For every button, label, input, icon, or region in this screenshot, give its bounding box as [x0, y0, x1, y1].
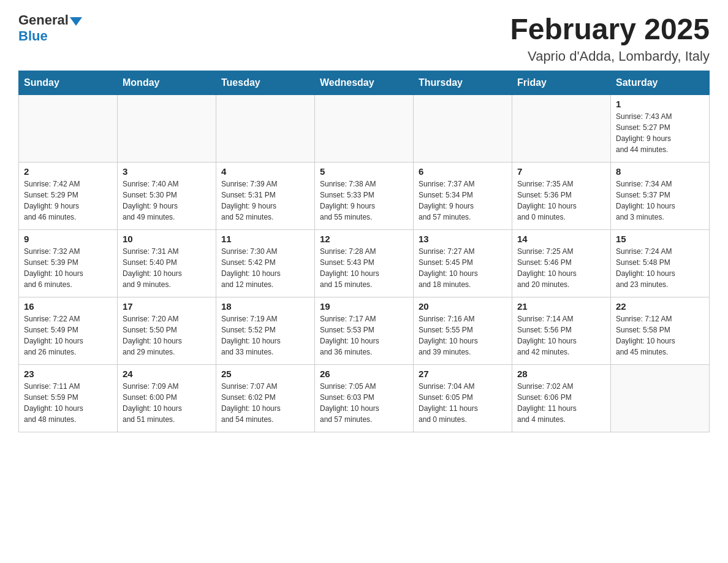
day-info: Sunrise: 7:31 AMSunset: 5:40 PMDaylight:… [123, 246, 211, 290]
calendar-day-cell: 3Sunrise: 7:40 AMSunset: 5:30 PMDaylight… [118, 163, 216, 230]
day-number: 17 [123, 301, 211, 312]
day-number: 5 [320, 166, 408, 177]
day-info: Sunrise: 7:24 AMSunset: 5:48 PMDaylight:… [616, 246, 704, 290]
calendar-day-cell: 14Sunrise: 7:25 AMSunset: 5:46 PMDayligh… [512, 230, 611, 297]
day-number: 12 [320, 234, 408, 244]
calendar-week-row: 1Sunrise: 7:43 AMSunset: 5:27 PMDaylight… [19, 95, 710, 163]
calendar-day-cell: 9Sunrise: 7:32 AMSunset: 5:39 PMDaylight… [19, 230, 118, 297]
calendar-day-cell: 24Sunrise: 7:09 AMSunset: 6:00 PMDayligh… [118, 365, 216, 432]
day-of-week-header: Sunday [19, 71, 118, 95]
day-info: Sunrise: 7:17 AMSunset: 5:53 PMDaylight:… [320, 313, 408, 358]
calendar-day-cell: 13Sunrise: 7:27 AMSunset: 5:45 PMDayligh… [414, 230, 512, 297]
calendar-day-cell: 22Sunrise: 7:12 AMSunset: 5:58 PMDayligh… [611, 297, 710, 365]
day-info: Sunrise: 7:43 AMSunset: 5:27 PMDaylight:… [616, 111, 704, 155]
day-info: Sunrise: 7:34 AMSunset: 5:37 PMDaylight:… [616, 178, 704, 223]
day-number: 9 [24, 234, 112, 244]
day-number: 10 [123, 234, 211, 244]
day-number: 25 [221, 369, 309, 379]
day-number: 21 [517, 301, 605, 312]
calendar-day-cell [315, 95, 414, 163]
logo-blue-text: Blue [18, 28, 48, 44]
day-info: Sunrise: 7:25 AMSunset: 5:46 PMDaylight:… [517, 246, 605, 290]
calendar-day-cell: 5Sunrise: 7:38 AMSunset: 5:33 PMDaylight… [315, 163, 414, 230]
calendar-week-row: 2Sunrise: 7:42 AMSunset: 5:29 PMDaylight… [19, 163, 710, 230]
day-number: 4 [221, 166, 309, 177]
calendar-day-cell: 15Sunrise: 7:24 AMSunset: 5:48 PMDayligh… [611, 230, 710, 297]
day-number: 13 [419, 234, 507, 244]
calendar-day-cell: 20Sunrise: 7:16 AMSunset: 5:55 PMDayligh… [414, 297, 512, 365]
calendar-day-cell: 23Sunrise: 7:11 AMSunset: 5:59 PMDayligh… [19, 365, 118, 432]
calendar-day-cell: 2Sunrise: 7:42 AMSunset: 5:29 PMDaylight… [19, 163, 118, 230]
calendar-day-cell: 7Sunrise: 7:35 AMSunset: 5:36 PMDaylight… [512, 163, 611, 230]
day-number: 22 [616, 301, 704, 312]
day-info: Sunrise: 7:27 AMSunset: 5:45 PMDaylight:… [419, 246, 507, 290]
calendar-day-cell: 10Sunrise: 7:31 AMSunset: 5:40 PMDayligh… [118, 230, 216, 297]
calendar-day-cell: 12Sunrise: 7:28 AMSunset: 5:43 PMDayligh… [315, 230, 414, 297]
day-info: Sunrise: 7:32 AMSunset: 5:39 PMDaylight:… [24, 246, 112, 290]
calendar-day-cell: 16Sunrise: 7:22 AMSunset: 5:49 PMDayligh… [19, 297, 118, 365]
month-title: February 2025 [510, 12, 710, 46]
calendar-day-cell [414, 95, 512, 163]
calendar-week-row: 9Sunrise: 7:32 AMSunset: 5:39 PMDaylight… [19, 230, 710, 297]
calendar-day-cell [19, 95, 118, 163]
calendar-header-row: SundayMondayTuesdayWednesdayThursdayFrid… [19, 71, 710, 95]
day-number: 18 [221, 301, 309, 312]
day-info: Sunrise: 7:28 AMSunset: 5:43 PMDaylight:… [320, 246, 408, 290]
day-number: 15 [616, 234, 704, 244]
day-number: 2 [24, 166, 112, 177]
day-info: Sunrise: 7:38 AMSunset: 5:33 PMDaylight:… [320, 178, 408, 223]
day-info: Sunrise: 7:22 AMSunset: 5:49 PMDaylight:… [24, 313, 112, 358]
day-number: 19 [320, 301, 408, 312]
calendar-day-cell [611, 365, 710, 432]
page-header: General Blue February 2025 Vaprio d'Adda… [18, 12, 710, 64]
calendar-day-cell: 18Sunrise: 7:19 AMSunset: 5:52 PMDayligh… [216, 297, 315, 365]
day-info: Sunrise: 7:16 AMSunset: 5:55 PMDaylight:… [419, 313, 507, 358]
day-number: 23 [24, 369, 112, 379]
day-of-week-header: Wednesday [315, 71, 414, 95]
day-info: Sunrise: 7:30 AMSunset: 5:42 PMDaylight:… [221, 246, 309, 290]
day-info: Sunrise: 7:04 AMSunset: 6:05 PMDaylight:… [419, 381, 507, 425]
day-of-week-header: Tuesday [216, 71, 315, 95]
day-number: 1 [616, 99, 704, 109]
day-of-week-header: Saturday [611, 71, 710, 95]
calendar-day-cell: 8Sunrise: 7:34 AMSunset: 5:37 PMDaylight… [611, 163, 710, 230]
day-number: 28 [517, 369, 605, 379]
day-info: Sunrise: 7:20 AMSunset: 5:50 PMDaylight:… [123, 313, 211, 358]
logo-general-text: General [18, 12, 69, 28]
day-info: Sunrise: 7:19 AMSunset: 5:52 PMDaylight:… [221, 313, 309, 358]
day-number: 27 [419, 369, 507, 379]
calendar-day-cell: 1Sunrise: 7:43 AMSunset: 5:27 PMDaylight… [611, 95, 710, 163]
day-info: Sunrise: 7:37 AMSunset: 5:34 PMDaylight:… [419, 178, 507, 223]
day-number: 7 [517, 166, 605, 177]
calendar-week-row: 16Sunrise: 7:22 AMSunset: 5:49 PMDayligh… [19, 297, 710, 365]
day-info: Sunrise: 7:12 AMSunset: 5:58 PMDaylight:… [616, 313, 704, 358]
day-number: 14 [517, 234, 605, 244]
calendar-day-cell: 25Sunrise: 7:07 AMSunset: 6:02 PMDayligh… [216, 365, 315, 432]
day-info: Sunrise: 7:14 AMSunset: 5:56 PMDaylight:… [517, 313, 605, 358]
calendar-day-cell: 27Sunrise: 7:04 AMSunset: 6:05 PMDayligh… [414, 365, 512, 432]
day-info: Sunrise: 7:02 AMSunset: 6:06 PMDaylight:… [517, 381, 605, 425]
day-info: Sunrise: 7:42 AMSunset: 5:29 PMDaylight:… [24, 178, 112, 223]
day-of-week-header: Thursday [414, 71, 512, 95]
day-info: Sunrise: 7:11 AMSunset: 5:59 PMDaylight:… [24, 381, 112, 425]
calendar-day-cell: 19Sunrise: 7:17 AMSunset: 5:53 PMDayligh… [315, 297, 414, 365]
day-number: 26 [320, 369, 408, 379]
day-info: Sunrise: 7:09 AMSunset: 6:00 PMDaylight:… [123, 381, 211, 425]
day-info: Sunrise: 7:05 AMSunset: 6:03 PMDaylight:… [320, 381, 408, 425]
day-number: 3 [123, 166, 211, 177]
calendar-table: SundayMondayTuesdayWednesdayThursdayFrid… [18, 71, 710, 432]
location-title: Vaprio d'Adda, Lombardy, Italy [510, 48, 710, 64]
day-number: 8 [616, 166, 704, 177]
calendar-day-cell: 21Sunrise: 7:14 AMSunset: 5:56 PMDayligh… [512, 297, 611, 365]
day-info: Sunrise: 7:40 AMSunset: 5:30 PMDaylight:… [123, 178, 211, 223]
logo-triangle-icon [70, 17, 82, 26]
calendar-week-row: 23Sunrise: 7:11 AMSunset: 5:59 PMDayligh… [19, 365, 710, 432]
calendar-day-cell: 17Sunrise: 7:20 AMSunset: 5:50 PMDayligh… [118, 297, 216, 365]
calendar-day-cell: 26Sunrise: 7:05 AMSunset: 6:03 PMDayligh… [315, 365, 414, 432]
day-of-week-header: Monday [118, 71, 216, 95]
day-number: 6 [419, 166, 507, 177]
calendar-day-cell: 11Sunrise: 7:30 AMSunset: 5:42 PMDayligh… [216, 230, 315, 297]
day-info: Sunrise: 7:07 AMSunset: 6:02 PMDaylight:… [221, 381, 309, 425]
calendar-day-cell [118, 95, 216, 163]
logo: General Blue [18, 12, 82, 44]
